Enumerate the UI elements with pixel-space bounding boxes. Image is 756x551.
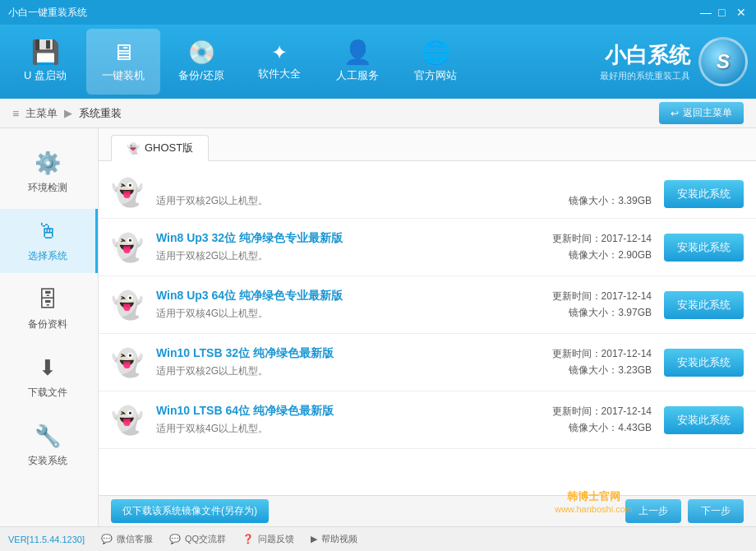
system-name-1[interactable]: Win8 Up3 32位 纯净绿色专业最新版 [156, 231, 524, 246]
version-label: VER[11.5.44.1230] [8, 535, 85, 544]
system-desc-0: 适用于双核2G以上机型。 [156, 194, 524, 208]
sidebar-item-download[interactable]: ⬇ 下载文件 [0, 345, 98, 410]
back-label: 返回主菜单 [683, 106, 732, 120]
nav-backup[interactable]: 💿 备份/还原 [164, 29, 238, 95]
download-icon: ⬇ [39, 355, 57, 381]
sidebar: ⚙️ 环境检测 🖱 选择系统 🗄 备份资料 ⬇ 下载文件 🔧 安装系统 [0, 128, 99, 526]
back-icon: ↩ [671, 108, 679, 119]
sidebar-item-choose[interactable]: 🖱 选择系统 [0, 209, 98, 273]
onekey-icon: 🖥 [112, 41, 135, 64]
header-nav: 💾 U 盘启动 🖥 一键装机 💿 备份/还原 ✦ 软件大全 👤 人工服务 🌐 官… [0, 25, 756, 99]
close-btn[interactable]: ✕ [736, 7, 748, 18]
prev-button[interactable]: 上一步 [625, 499, 681, 523]
content-area: 👻 GHOST版 👻 适用于双核2G以上机型。 镜像大小：3.39GB 安装此系… [99, 128, 756, 526]
system-meta-1: 更新时间：2017-12-14 镜像大小：2.90GB [537, 232, 652, 262]
nav-service[interactable]: 👤 人工服务 [320, 29, 394, 95]
meta-size-0: 镜像大小：3.39GB [537, 194, 652, 208]
brand-text: 小白系统 最好用的系统重装工具 [600, 41, 690, 82]
maximize-btn[interactable]: □ [718, 7, 730, 18]
feedback[interactable]: ❓ 问题反馈 [242, 533, 294, 545]
qq-label: QQ交流群 [185, 533, 226, 545]
system-meta-3: 更新时间：2017-12-14 镜像大小：3.23GB [537, 347, 652, 377]
ghost-icon-4: 👻 [111, 405, 144, 436]
ghost-icon-1: 👻 [111, 232, 144, 263]
sidebar-item-install[interactable]: 🔧 安装系统 [0, 414, 98, 478]
system-name-4[interactable]: Win10 LTSB 64位 纯净绿色最新版 [156, 404, 524, 419]
sidebar-choose-label: 选择系统 [28, 249, 67, 263]
title-bar: 小白一键重装系统 — □ ✕ [0, 0, 756, 25]
sidebar-backup-label: 备份资料 [28, 317, 67, 331]
usb-icon: 💾 [31, 41, 60, 64]
nav-buttons: 上一步 下一步 [625, 499, 744, 523]
ghost-icon-0: 👻 [111, 177, 144, 208]
breadcrumb-current: 系统重装 [79, 106, 122, 121]
system-desc-4: 适用于双核4G以上机型。 [156, 422, 524, 436]
back-button[interactable]: ↩ 返回主菜单 [659, 102, 744, 124]
system-list: 👻 适用于双核2G以上机型。 镜像大小：3.39GB 安装此系统 👻 Win8 … [99, 161, 756, 495]
install-btn-0[interactable]: 安装此系统 [664, 180, 744, 208]
ghost-tab-icon: 👻 [127, 142, 140, 155]
install-btn-4[interactable]: 安装此系统 [664, 406, 744, 434]
install-btn-2[interactable]: 安装此系统 [664, 291, 744, 319]
meta-size-3: 镜像大小：3.23GB [537, 363, 652, 377]
system-meta-4: 更新时间：2017-12-14 镜像大小：4.43GB [537, 405, 652, 435]
website-icon: 🌐 [422, 41, 450, 64]
brand-logo: S [698, 37, 748, 86]
wechat-label: 微信客服 [117, 533, 153, 545]
brand-name: 小白系统 [600, 41, 690, 70]
tab-bar: 👻 GHOST版 [99, 128, 756, 161]
system-desc-3: 适用于双核2G以上机型。 [156, 364, 524, 378]
qq-group[interactable]: 💬 QQ交流群 [169, 533, 226, 545]
system-name-3[interactable]: Win10 LTSB 32位 纯净绿色最新版 [156, 346, 524, 361]
wechat-service[interactable]: 💬 微信客服 [101, 533, 153, 545]
nav-usb[interactable]: 💾 U 盘启动 [8, 29, 82, 95]
nav-website[interactable]: 🌐 官方网站 [399, 29, 472, 95]
system-meta-2: 更新时间：2017-12-14 镜像大小：3.97GB [537, 289, 652, 320]
table-row: 👻 Win8 Up3 64位 纯净绿色专业最新版 适用于双核4G以上机型。 更新… [99, 276, 756, 334]
minimize-btn[interactable]: — [700, 7, 712, 18]
feedback-icon: ❓ [242, 534, 254, 544]
breadcrumb-left: ≡ 主菜单 ▶ 系统重装 [12, 106, 122, 121]
table-row: 👻 Win10 LTSB 64位 纯净绿色最新版 适用于双核4G以上机型。 更新… [99, 391, 756, 449]
ghost-icon-2: 👻 [111, 289, 144, 321]
nav-software[interactable]: ✦ 软件大全 [242, 29, 316, 95]
table-row: 👻 Win10 LTSB 32位 纯净绿色最新版 适用于双核2G以上机型。 更新… [99, 334, 756, 391]
backup-data-icon: 🗄 [37, 287, 58, 313]
sidebar-env-label: 环境检测 [28, 181, 67, 195]
sidebar-install-label: 安装系统 [28, 454, 67, 468]
system-meta-0: 镜像大小：3.39GB [537, 194, 652, 208]
ghost-tab-label: GHOST版 [145, 141, 193, 155]
breadcrumb-menu[interactable]: 主菜单 [25, 106, 58, 121]
tab-ghost[interactable]: 👻 GHOST版 [111, 135, 209, 161]
meta-update-2: 更新时间：2017-12-14 [537, 289, 652, 303]
wechat-icon: 💬 [101, 534, 113, 544]
meta-size-4: 镜像大小：4.43GB [537, 421, 652, 435]
install-icon: 🔧 [35, 424, 61, 449]
main-area: ⚙️ 环境检测 🖱 选择系统 🗄 备份资料 ⬇ 下载文件 🔧 安装系统 [0, 128, 756, 526]
install-btn-3[interactable]: 安装此系统 [664, 349, 744, 377]
nav-onekey[interactable]: 🖥 一键装机 [86, 29, 160, 95]
nav-onekey-label: 一键装机 [102, 68, 145, 83]
breadcrumb-separator: ▶ [64, 107, 72, 119]
meta-update-3: 更新时间：2017-12-14 [537, 347, 652, 361]
sidebar-download-label: 下载文件 [28, 386, 67, 400]
sidebar-item-env[interactable]: ⚙️ 环境检测 [0, 141, 98, 205]
system-name-2[interactable]: Win8 Up3 64位 纯净绿色专业最新版 [156, 289, 524, 303]
breadcrumb: ≡ 主菜单 ▶ 系统重装 ↩ 返回主菜单 [0, 99, 756, 128]
system-info-4: Win10 LTSB 64位 纯净绿色最新版 适用于双核4G以上机型。 [156, 404, 524, 436]
help-icon: ▶ [311, 534, 317, 544]
system-info-2: Win8 Up3 64位 纯净绿色专业最新版 适用于双核4G以上机型。 [156, 289, 524, 321]
window-controls: — □ ✕ [700, 7, 748, 18]
app-title: 小白一键重装系统 [8, 6, 87, 20]
next-button[interactable]: 下一步 [688, 499, 744, 523]
download-only-button[interactable]: 仅下载该系统镜像文件(另存为) [111, 499, 269, 523]
install-btn-1[interactable]: 安装此系统 [664, 234, 744, 262]
nav-service-label: 人工服务 [336, 68, 379, 83]
system-info-0: 适用于双核2G以上机型。 [156, 194, 524, 208]
meta-size-2: 镜像大小：3.97GB [537, 306, 652, 320]
backup-icon: 💿 [187, 41, 216, 64]
help-video[interactable]: ▶ 帮助视频 [311, 533, 357, 545]
sidebar-item-backup[interactable]: 🗄 备份资料 [0, 277, 98, 341]
feedback-label: 问题反馈 [258, 533, 294, 545]
system-info-1: Win8 Up3 32位 纯净绿色专业最新版 适用于双核2G以上机型。 [156, 231, 524, 263]
